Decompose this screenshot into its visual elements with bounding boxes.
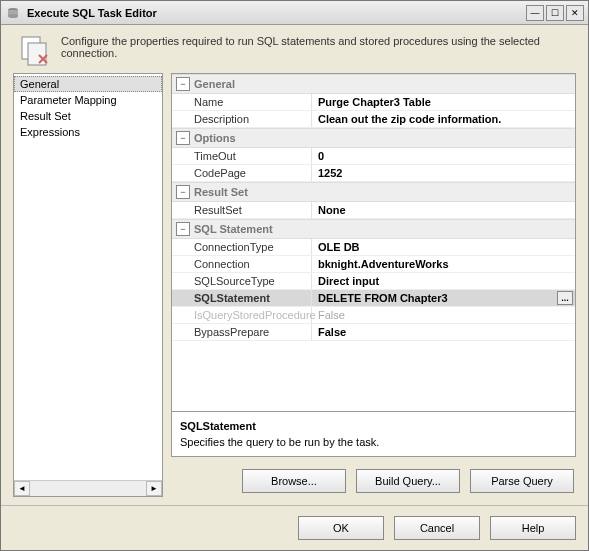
help-panel: SQLStatement Specifies the query to be r… xyxy=(171,412,576,457)
sidebar-hscroll[interactable]: ◄ ► xyxy=(14,480,162,496)
parse-query-button[interactable]: Parse Query xyxy=(470,469,574,493)
property-value[interactable]: 1252 xyxy=(312,165,575,181)
property-label: BypassPrepare xyxy=(172,324,312,340)
property-value[interactable]: bknight.AdventureWorks xyxy=(312,256,575,272)
property-row-name[interactable]: NamePurge Chapter3 Table xyxy=(172,94,575,111)
property-value[interactable]: OLE DB xyxy=(312,239,575,255)
property-label: SQLStatement xyxy=(172,290,312,306)
property-value[interactable]: 0 xyxy=(312,148,575,164)
collapse-icon[interactable]: − xyxy=(176,131,190,145)
app-icon xyxy=(5,5,21,21)
property-row-bypassprepare[interactable]: BypassPrepareFalse xyxy=(172,324,575,341)
sidebar-item-general[interactable]: General xyxy=(14,76,162,92)
help-text: Specifies the query to be run by the tas… xyxy=(180,436,567,448)
section-sql-statement: −SQL Statement xyxy=(172,219,575,239)
header-text: Configure the properties required to run… xyxy=(61,35,570,59)
property-label: Connection xyxy=(172,256,312,272)
sidebar-item-parameter-mapping[interactable]: Parameter Mapping xyxy=(14,92,162,108)
property-label: Name xyxy=(172,94,312,110)
section-result-set: −Result Set xyxy=(172,182,575,202)
section-options: −Options xyxy=(172,128,575,148)
sidebar-item-expressions[interactable]: Expressions xyxy=(14,124,162,140)
property-row-codepage[interactable]: CodePage1252 xyxy=(172,165,575,182)
section-label: Options xyxy=(194,132,236,144)
titlebar: Execute SQL Task Editor — ☐ ✕ xyxy=(1,1,588,25)
editor-window: Execute SQL Task Editor — ☐ ✕ Configure … xyxy=(0,0,589,551)
property-label: IsQueryStoredProcedure xyxy=(172,307,312,323)
property-row-connection[interactable]: Connectionbknight.AdventureWorks xyxy=(172,256,575,273)
maximize-button[interactable]: ☐ xyxy=(546,5,564,21)
section-label: SQL Statement xyxy=(194,223,273,235)
property-row-connectiontype[interactable]: ConnectionTypeOLE DB xyxy=(172,239,575,256)
property-value[interactable]: None xyxy=(312,202,575,218)
property-label: SQLSourceType xyxy=(172,273,312,289)
collapse-icon[interactable]: − xyxy=(176,222,190,236)
property-row-resultset[interactable]: ResultSetNone xyxy=(172,202,575,219)
help-title: SQLStatement xyxy=(180,420,567,432)
property-label: ConnectionType xyxy=(172,239,312,255)
property-grid[interactable]: −GeneralNamePurge Chapter3 TableDescript… xyxy=(171,73,576,412)
sidebar-item-result-set[interactable]: Result Set xyxy=(14,108,162,124)
property-row-isquerystoredprocedure[interactable]: IsQueryStoredProcedureFalse xyxy=(172,307,575,324)
section-label: General xyxy=(194,78,235,90)
ok-button[interactable]: OK xyxy=(298,516,384,540)
ellipsis-button[interactable]: ... xyxy=(557,291,573,305)
property-value[interactable]: Direct input xyxy=(312,273,575,289)
property-label: ResultSet xyxy=(172,202,312,218)
browse-button[interactable]: Browse... xyxy=(242,469,346,493)
property-label: CodePage xyxy=(172,165,312,181)
section-general: −General xyxy=(172,74,575,94)
build-query-button[interactable]: Build Query... xyxy=(356,469,460,493)
property-label: Description xyxy=(172,111,312,127)
property-label: TimeOut xyxy=(172,148,312,164)
scroll-left-icon[interactable]: ◄ xyxy=(14,481,30,496)
property-row-description[interactable]: DescriptionClean out the zip code inform… xyxy=(172,111,575,128)
footer: OK Cancel Help xyxy=(1,505,588,550)
header-icon xyxy=(19,35,51,67)
property-row-sqlsourcetype[interactable]: SQLSourceTypeDirect input xyxy=(172,273,575,290)
collapse-icon[interactable]: − xyxy=(176,185,190,199)
cancel-button[interactable]: Cancel xyxy=(394,516,480,540)
minimize-button[interactable]: — xyxy=(526,5,544,21)
property-value[interactable]: DELETE FROM Chapter3... xyxy=(312,290,575,306)
property-row-timeout[interactable]: TimeOut0 xyxy=(172,148,575,165)
property-value[interactable]: False xyxy=(312,324,575,340)
collapse-icon[interactable]: − xyxy=(176,77,190,91)
sidebar: GeneralParameter MappingResult SetExpres… xyxy=(13,73,163,497)
property-row-sqlstatement[interactable]: SQLStatementDELETE FROM Chapter3... xyxy=(172,290,575,307)
section-label: Result Set xyxy=(194,186,248,198)
header: Configure the properties required to run… xyxy=(1,25,588,73)
property-value[interactable]: Purge Chapter3 Table xyxy=(312,94,575,110)
svg-rect-4 xyxy=(28,43,46,65)
scroll-right-icon[interactable]: ► xyxy=(146,481,162,496)
close-button[interactable]: ✕ xyxy=(566,5,584,21)
svg-point-2 xyxy=(8,14,18,18)
property-value[interactable]: False xyxy=(312,307,575,323)
window-title: Execute SQL Task Editor xyxy=(27,7,526,19)
property-value[interactable]: Clean out the zip code information. xyxy=(312,111,575,127)
help-button[interactable]: Help xyxy=(490,516,576,540)
